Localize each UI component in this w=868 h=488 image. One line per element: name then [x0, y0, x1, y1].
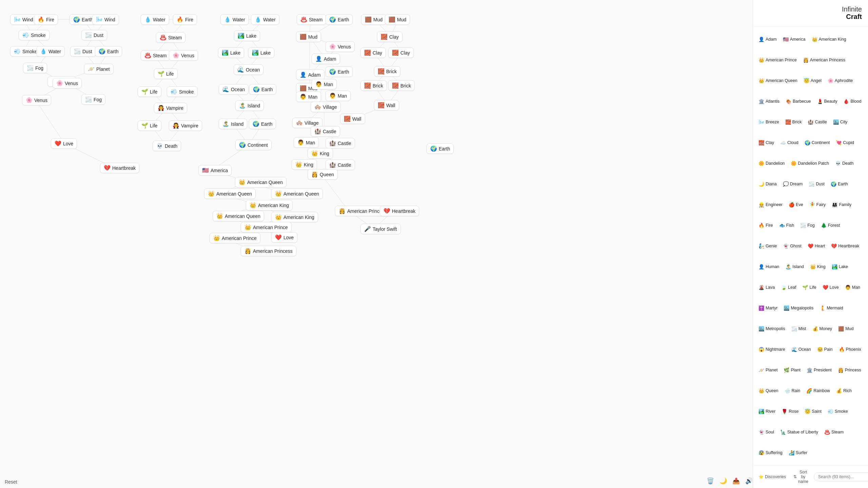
sidebar-item-heart[interactable]: ❤️Heart [806, 236, 827, 256]
node-steam[interactable]: ♨️Steam [297, 14, 326, 25]
node-lake[interactable]: 🏞️Lake [248, 47, 274, 58]
sidebar-item-statue-of-liberty[interactable]: 🗽Statue of Liberty [778, 423, 820, 442]
node-venus[interactable]: 🌸Venus [22, 95, 51, 105]
sidebar-item-saint[interactable]: 😇Saint [803, 402, 824, 421]
node-life[interactable]: 🌱Life [138, 120, 161, 131]
sort-button[interactable]: ⇅ Sort by name [791, 468, 810, 485]
node-taylor-swift[interactable]: 🎤Taylor Swift [360, 224, 401, 234]
node-death[interactable]: 💀Death [153, 141, 181, 151]
share-icon[interactable]: 📤 [732, 477, 740, 485]
node-earth[interactable]: 🌍Earth [427, 143, 454, 154]
sidebar-item-man[interactable]: 👨Man [843, 278, 862, 297]
node-venus[interactable]: 🌸Venus [169, 50, 198, 61]
node-american-princess[interactable]: 👸American Princess [241, 246, 296, 256]
node-man[interactable]: 👨Man [296, 92, 321, 102]
sidebar-item-atlantis[interactable]: 🏛️Atlantis [756, 92, 782, 111]
node-smoke[interactable]: 💨Smoke [19, 30, 50, 40]
node-water[interactable]: 💧Water [141, 14, 169, 25]
node-smoke[interactable]: 💨Smoke [167, 86, 198, 97]
node-clay[interactable]: 🧱Clay [377, 32, 402, 42]
node-village[interactable]: 🏘️Village [311, 102, 341, 112]
node-dust[interactable]: 🌫️Dust [81, 30, 107, 40]
sidebar-item-river[interactable]: 🏞️River [756, 402, 777, 421]
sidebar-item-american-princess[interactable]: 👸American Princess [801, 50, 847, 69]
sidebar-item-mist[interactable]: 🌫️Mist [789, 319, 808, 339]
sidebar-item-adam[interactable]: 👤Adam [756, 29, 779, 49]
node-steam[interactable]: ♨️Steam [156, 32, 185, 43]
node-castle[interactable]: 🏰Castle [326, 138, 355, 148]
sidebar-item-heartbreak[interactable]: 💔Heartbreak [829, 236, 861, 256]
node-american-prince[interactable]: 👑American Prince [241, 222, 292, 232]
sidebar-item-phoenix[interactable]: 🔥Phoenix [837, 340, 863, 359]
sidebar-item-pain[interactable]: 😣Pain [815, 340, 835, 359]
node-water[interactable]: 💧Water [220, 14, 249, 25]
node-american-king[interactable]: 👑American King [246, 200, 293, 210]
node-castle[interactable]: 🏰Castle [311, 126, 340, 137]
sidebar-item-love[interactable]: ❤️Love [821, 278, 841, 297]
node-water[interactable]: 💧Water [36, 46, 65, 57]
sidebar-item-queen[interactable]: 👑Queen [756, 381, 781, 401]
reset-button[interactable]: Reset [5, 479, 17, 485]
node-heartbreak[interactable]: 💔Heartbreak [380, 206, 419, 216]
node-american-prince[interactable]: 👑American Prince [210, 233, 260, 243]
sidebar-item-planet[interactable]: 🪐Planet [756, 361, 780, 380]
sidebar-item-suffering[interactable]: 😰Suffering [756, 443, 785, 463]
search-input[interactable] [814, 472, 868, 481]
sidebar-item-blood[interactable]: 🩸Blood [841, 92, 863, 111]
node-adam[interactable]: 👤Adam [296, 69, 324, 80]
trash-icon[interactable]: 🗑️ [707, 477, 714, 485]
sidebar-item-rain[interactable]: 🌧️Rain [783, 381, 803, 401]
sidebar-item-smoke[interactable]: 💨Smoke [826, 402, 850, 421]
sidebar-item-leaf[interactable]: 🍃Leaf [779, 278, 798, 297]
node-american-queen[interactable]: 👑American Queen [235, 177, 287, 187]
sidebar-item-rich[interactable]: 💰Rich [834, 381, 854, 401]
sidebar-item-cloud[interactable]: ☁️Cloud [778, 133, 801, 152]
node-lake[interactable]: 🏞️Lake [218, 47, 244, 58]
sidebar-item-genie[interactable]: 🧞Genie [756, 236, 779, 256]
node-earth[interactable]: 🌍Earth [249, 84, 276, 95]
sidebar-item-angel[interactable]: 😇Angel [802, 71, 824, 90]
node-life[interactable]: 🌱Life [138, 86, 161, 97]
sidebar-item-rainbow[interactable]: 🌈Rainbow [804, 381, 832, 401]
sidebar-item-castle[interactable]: 🏰Castle [806, 112, 829, 131]
sidebar-item-clay[interactable]: 🧱Clay [756, 133, 776, 152]
sidebar-item-soul[interactable]: 👻Soul [756, 423, 776, 442]
node-american-queen[interactable]: 👑American Queen [213, 211, 264, 221]
node-vampire[interactable]: 🧛Vampire [154, 103, 187, 113]
sidebar-item-earth[interactable]: 🌍Earth [829, 174, 850, 194]
sidebar-item-surfer[interactable]: 🏄Surfer [787, 443, 809, 463]
node-venus[interactable]: 🌸Venus [53, 78, 82, 88]
sidebar-item-mermaid[interactable]: 🧜Mermaid [817, 299, 845, 318]
sidebar-item-money[interactable]: 💰Money [810, 319, 834, 339]
node-king[interactable]: 👑King [292, 159, 317, 170]
sidebar-item-engineer[interactable]: 👷Engineer [756, 195, 785, 214]
sidebar-item-lake[interactable]: 🏞️Lake [830, 257, 850, 277]
node-american-queen[interactable]: 👑American Queen [204, 188, 256, 199]
node-ocean[interactable]: 🌊Ocean [234, 64, 263, 75]
node-life[interactable]: 🌱Life [154, 68, 178, 79]
node-wind[interactable]: 🌬️Wind [92, 14, 119, 25]
node-love[interactable]: ❤️Love [51, 138, 77, 149]
sidebar-item-america[interactable]: 🇺🇸America [781, 29, 808, 49]
node-ocean[interactable]: 🌊Ocean [219, 84, 249, 95]
node-adam[interactable]: 👤Adam [312, 54, 340, 64]
sidebar-item-president[interactable]: 🏛️President [805, 361, 834, 380]
sidebar-item-brick[interactable]: 🧱Brick [783, 112, 804, 131]
sidebar-item-ocean[interactable]: 🌊Ocean [789, 340, 813, 359]
node-man[interactable]: 👨Man [312, 79, 337, 89]
sidebar-item-martyr[interactable]: ✝️Martyr [756, 299, 780, 318]
sidebar-item-human[interactable]: 👤Human [756, 257, 781, 277]
sidebar-item-dandelion-patch[interactable]: 🌼Dandelion Patch [789, 154, 831, 173]
node-island[interactable]: 🏝️Island [235, 100, 264, 111]
sidebar-item-steam[interactable]: ♨️Steam [822, 423, 846, 442]
sidebar-item-life[interactable]: 🌱Life [800, 278, 818, 297]
node-brick[interactable]: 🧱Brick [388, 80, 415, 91]
node-mud[interactable]: 🟫Mud [361, 14, 386, 25]
sidebar-item-dust[interactable]: 🌫️Dust [807, 174, 827, 194]
node-venus[interactable]: 🌸Venus [326, 41, 355, 52]
sidebar-item-fish[interactable]: 🐟Fish [777, 216, 796, 235]
sidebar-item-beauty[interactable]: 💄Beauty [815, 92, 840, 111]
node-vampire[interactable]: 🧛Vampire [169, 120, 202, 131]
node-man[interactable]: 👨Man [294, 137, 319, 148]
sidebar-item-city[interactable]: 🏙️City [831, 112, 850, 131]
